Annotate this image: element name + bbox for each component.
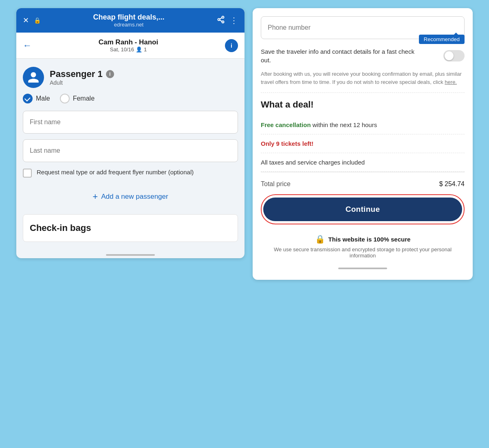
lock-icon: 🔒 xyxy=(34,17,41,24)
secure-section: 🔒 This website is 100% secure We use sec… xyxy=(261,231,465,264)
disclaimer-text: After booking with us, you will receive … xyxy=(261,70,465,86)
disclaimer-link[interactable]: here. xyxy=(445,79,457,85)
meal-checkbox-label: Request meal type or add frequent flyer … xyxy=(37,168,194,176)
male-radio[interactable] xyxy=(23,94,33,103)
what-a-deal-title: What a deal! xyxy=(261,99,465,110)
add-passenger-button[interactable]: + Add a new passenger xyxy=(23,187,238,206)
passenger-info: Passenger 1 i Adult xyxy=(50,69,114,86)
free-cancellation-item: Free cancellation within the next 12 hou… xyxy=(261,116,465,134)
secure-row: 🔒 This website is 100% secure xyxy=(315,234,411,244)
browser-close-button[interactable]: ✕ xyxy=(23,16,29,25)
check-in-title: Check-in bags xyxy=(30,223,231,233)
browser-title: Cheap flight deals,... edreams.net xyxy=(46,13,212,28)
meal-checkbox[interactable] xyxy=(23,169,32,178)
plus-icon: + xyxy=(93,191,98,202)
left-content: Passenger 1 i Adult Male Female Reque xyxy=(16,59,244,250)
svg-line-4 xyxy=(220,18,222,19)
left-panel: ✕ 🔒 Cheap flight deals,... edreams.net ⋮… xyxy=(16,8,244,258)
divider-1 xyxy=(261,92,465,93)
right-scroll-indicator xyxy=(261,264,465,272)
phone-input-container: Recommended xyxy=(261,16,465,39)
continue-btn-wrapper: Continue xyxy=(261,194,465,224)
more-menu-button[interactable]: ⋮ xyxy=(230,15,238,25)
right-panel: Recommended Save the traveler info and c… xyxy=(253,8,473,280)
passenger-name: Passenger 1 xyxy=(50,69,103,79)
save-info-row: Save the traveler info and contact detai… xyxy=(261,47,465,64)
nav-route: Cam Ranh - Hanoi xyxy=(99,38,158,46)
tickets-left-item: Only 9 tickets left! xyxy=(261,134,465,153)
passenger-name-row: Passenger 1 i xyxy=(50,69,114,79)
person-icon xyxy=(27,71,40,84)
passenger-header: Passenger 1 i Adult xyxy=(23,67,238,88)
female-label: Female xyxy=(73,95,95,102)
browser-bar: ✕ 🔒 Cheap flight deals,... edreams.net ⋮ xyxy=(16,8,244,33)
tickets-left-text: Only 9 tickets left! xyxy=(261,140,313,147)
gender-female-option[interactable]: Female xyxy=(60,94,95,103)
gender-male-option[interactable]: Male xyxy=(23,94,50,103)
passenger-type: Adult xyxy=(50,79,114,86)
taxes-text: All taxes and service charges included xyxy=(261,159,365,166)
total-price-main: $ 254 xyxy=(439,180,456,187)
first-name-input[interactable] xyxy=(23,111,238,134)
meal-checkbox-row: Request meal type or add frequent flyer … xyxy=(23,168,238,178)
secure-desc: We use secure transmission and encrypted… xyxy=(261,246,465,259)
total-price-row: Total price $ 254.74 xyxy=(261,172,465,194)
add-passenger-label: Add a new passenger xyxy=(101,193,168,201)
nav-date: Sat, 10/16 👤 1 xyxy=(99,46,158,53)
gender-row: Male Female xyxy=(23,94,238,103)
total-price-amount: $ 254.74 xyxy=(439,178,465,189)
total-price-label: Total price xyxy=(261,180,291,188)
share-button[interactable] xyxy=(217,15,225,26)
passenger-avatar xyxy=(23,67,44,88)
save-info-toggle[interactable] xyxy=(443,50,465,61)
free-cancellation-green: Free cancellation xyxy=(261,121,311,128)
free-cancellation-rest: within the next 12 hours xyxy=(311,121,377,128)
browser-title-main: Cheap flight deals,... xyxy=(46,13,212,22)
male-label: Male xyxy=(36,95,50,102)
scroll-bar xyxy=(106,254,155,256)
right-scroll-bar xyxy=(338,268,387,269)
check-in-section: Check-in bags xyxy=(23,214,238,242)
browser-title-sub: edreams.net xyxy=(46,22,212,28)
passenger-info-icon[interactable]: i xyxy=(106,70,114,78)
total-price-cents: .74 xyxy=(456,180,465,187)
continue-button[interactable]: Continue xyxy=(263,198,462,221)
secure-title: This website is 100% secure xyxy=(328,236,411,243)
svg-line-3 xyxy=(220,20,222,21)
last-name-input[interactable] xyxy=(23,139,238,162)
back-button[interactable]: ← xyxy=(23,40,32,51)
save-info-text: Save the traveler info and contact detai… xyxy=(261,47,416,64)
recommended-badge: Recommended xyxy=(419,35,465,44)
scroll-indicator xyxy=(16,250,244,258)
nav-center: Cam Ranh - Hanoi Sat, 10/16 👤 1 xyxy=(99,38,158,53)
info-button[interactable]: i xyxy=(225,39,238,52)
nav-bar: ← Cam Ranh - Hanoi Sat, 10/16 👤 1 i xyxy=(16,33,244,59)
taxes-item: All taxes and service charges included xyxy=(261,153,465,172)
secure-lock-icon: 🔒 xyxy=(315,234,325,244)
female-radio[interactable] xyxy=(60,94,70,103)
right-content: Recommended Save the traveler info and c… xyxy=(253,8,473,280)
